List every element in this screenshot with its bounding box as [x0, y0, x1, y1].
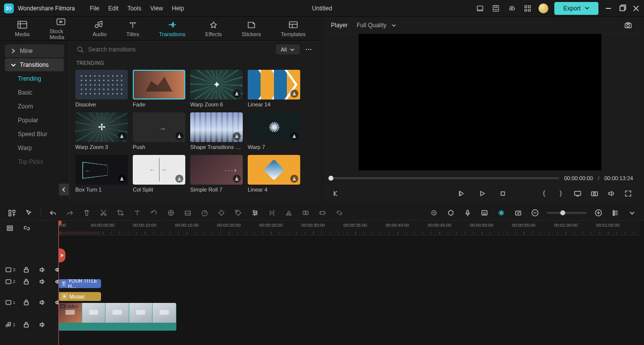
- tl-redo-icon[interactable]: [65, 208, 75, 218]
- tl-align-icon[interactable]: [284, 208, 294, 218]
- apps-icon[interactable]: [523, 3, 533, 13]
- transition-item[interactable]: Fade: [133, 70, 185, 107]
- download-icon[interactable]: [233, 132, 241, 140]
- download-icon[interactable]: [118, 132, 126, 140]
- tl-mic-icon[interactable]: [463, 208, 473, 218]
- tl-view-mode-icon[interactable]: [610, 208, 620, 218]
- transition-thumb[interactable]: [133, 112, 185, 142]
- tl-match-icon[interactable]: [5, 223, 15, 233]
- transition-item[interactable]: Push: [133, 112, 185, 150]
- tl-adjust-icon[interactable]: [250, 208, 260, 218]
- tl-more-icon[interactable]: [627, 208, 637, 218]
- search-input[interactable]: [88, 46, 272, 53]
- tab-stickers[interactable]: Stickers: [242, 20, 261, 37]
- clip-video[interactable]: video: [58, 303, 176, 331]
- track-lock-icon[interactable]: [21, 320, 31, 330]
- scrub-track[interactable]: [331, 177, 559, 179]
- download-icon[interactable]: [290, 132, 298, 140]
- stop-icon[interactable]: [498, 189, 508, 198]
- mark-out-icon[interactable]: }: [556, 189, 566, 198]
- download-icon[interactable]: [233, 90, 241, 98]
- preview-player-tab[interactable]: Player: [331, 22, 348, 29]
- tl-add-track-icon[interactable]: [7, 208, 17, 218]
- tl-marker-icon[interactable]: [446, 208, 456, 218]
- timeline-ruler[interactable]: 00:0000:00:05:0000:00:10:0000:00:15:0000…: [58, 221, 640, 236]
- transition-item[interactable]: Warp 7: [248, 112, 300, 150]
- tl-rotate-icon[interactable]: [149, 208, 159, 218]
- prev-frame-icon[interactable]: [331, 189, 341, 198]
- transition-thumb[interactable]: [133, 155, 185, 185]
- tl-linkall-icon[interactable]: [22, 223, 32, 233]
- camera-icon[interactable]: [590, 189, 599, 198]
- tab-media[interactable]: Media: [15, 20, 30, 37]
- sidebar-item-mine[interactable]: Mine: [5, 45, 64, 57]
- minimize-icon[interactable]: [604, 4, 612, 12]
- transition-item[interactable]: Shape Transitions Pack...: [190, 112, 243, 150]
- user-avatar[interactable]: [538, 3, 548, 13]
- export-button[interactable]: Export: [554, 2, 598, 15]
- tl-delete-icon[interactable]: [82, 208, 92, 218]
- mark-in-icon[interactable]: {: [539, 189, 549, 198]
- tl-subtitle-icon[interactable]: [480, 208, 489, 218]
- transition-thumb[interactable]: [75, 70, 128, 99]
- transition-thumb[interactable]: [190, 112, 243, 142]
- tl-tag-icon[interactable]: [233, 208, 243, 218]
- timeline-tracks[interactable]: T YOUR TITLE H... ✦ Mosaic video: [58, 236, 640, 345]
- menu-edit[interactable]: Edit: [108, 5, 119, 12]
- download-icon[interactable]: [290, 90, 298, 98]
- tl-crop-icon[interactable]: [115, 208, 125, 218]
- menu-file[interactable]: File: [90, 5, 99, 12]
- preview-video[interactable]: [359, 34, 601, 170]
- cloud-icon[interactable]: [507, 3, 517, 13]
- tab-transitions[interactable]: Transitions: [159, 20, 185, 37]
- transition-item[interactable]: Linear 14: [248, 70, 300, 107]
- sidebar-collapse-button[interactable]: [59, 184, 69, 196]
- sidebar-sub-top-picks[interactable]: Top Picks: [5, 155, 64, 168]
- tl-audio-mix-icon[interactable]: [267, 208, 277, 218]
- expand-track-button[interactable]: [58, 248, 65, 262]
- transition-item[interactable]: Linear 4: [248, 155, 300, 193]
- menu-view[interactable]: View: [150, 5, 163, 12]
- menu-help[interactable]: Help: [172, 5, 184, 12]
- download-icon[interactable]: [118, 175, 126, 183]
- sidebar-sub-trending[interactable]: Trending: [5, 72, 64, 85]
- save-icon[interactable]: [491, 3, 501, 13]
- fullscreen-icon[interactable]: [623, 189, 633, 198]
- track-mute-icon[interactable]: [37, 265, 47, 275]
- tl-undo-icon[interactable]: [48, 208, 58, 218]
- playhead[interactable]: [58, 221, 59, 345]
- sidebar-sub-warp[interactable]: Warp: [5, 142, 64, 154]
- sidebar-item-transitions[interactable]: Transitions: [5, 58, 64, 71]
- menu-tools[interactable]: Tools: [127, 5, 141, 12]
- transition-item[interactable]: Warp Zoom 3: [75, 112, 128, 150]
- download-icon[interactable]: [175, 175, 183, 183]
- transition-thumb[interactable]: [75, 112, 128, 142]
- transition-item[interactable]: Col Split: [133, 155, 185, 193]
- play-back-icon[interactable]: [456, 189, 466, 198]
- download-icon[interactable]: [233, 175, 241, 183]
- tl-snapshot-icon[interactable]: [513, 208, 523, 218]
- tab-effects[interactable]: Effects: [205, 20, 221, 37]
- track-mute-icon[interactable]: [37, 320, 47, 330]
- sidebar-sub-popular[interactable]: Popular: [5, 114, 64, 127]
- download-icon[interactable]: [175, 132, 183, 140]
- track-lock-icon[interactable]: [21, 277, 31, 287]
- play-icon[interactable]: [477, 189, 487, 198]
- timeline-tracks-area[interactable]: 00:0000:00:05:0000:00:10:0000:00:15:0000…: [58, 221, 640, 345]
- tl-render-icon[interactable]: [496, 208, 506, 218]
- tl-cut-icon[interactable]: [99, 208, 108, 218]
- more-options-icon[interactable]: [304, 45, 314, 54]
- transition-thumb[interactable]: [190, 70, 243, 99]
- tl-zoom-in-icon[interactable]: [593, 208, 603, 218]
- tl-mask-icon[interactable]: [183, 208, 193, 218]
- clip-effect[interactable]: ✦ Mosaic: [58, 292, 101, 301]
- transition-item[interactable]: Simple Roll 7: [190, 155, 243, 193]
- tl-group-icon[interactable]: [301, 208, 311, 218]
- sidebar-sub-zoom[interactable]: Zoom: [5, 100, 64, 113]
- display-icon[interactable]: [573, 189, 583, 198]
- tab-audio[interactable]: Audio: [93, 20, 107, 37]
- track-lock-icon[interactable]: [21, 265, 31, 275]
- maximize-icon[interactable]: [618, 4, 626, 12]
- tl-color-icon[interactable]: [166, 208, 176, 218]
- tl-expand-icon[interactable]: [318, 208, 327, 218]
